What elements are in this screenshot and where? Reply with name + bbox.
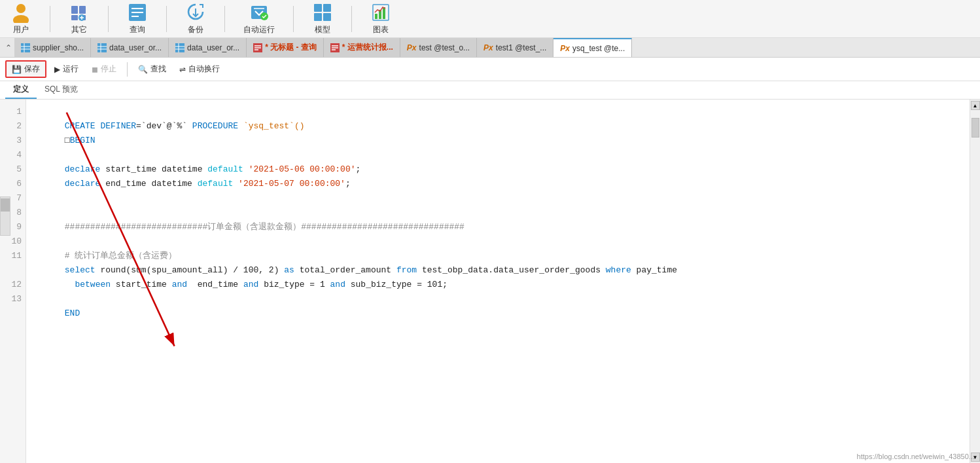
toolbar-label-model: 模型 [315, 24, 330, 35]
svg-rect-4 [71, 15, 78, 20]
tab-supplier-sho[interactable]: supplier_sho... [14, 38, 91, 57]
line-num-1: 1 [0, 105, 26, 119]
kw-and2: and [243, 280, 264, 289]
autorun-icon [249, 2, 270, 23]
user-icon [10, 2, 31, 23]
table-icon-2 [97, 43, 107, 52]
svg-rect-22 [375, 14, 377, 19]
code-area[interactable]: CREATE DEFINER=`dev`@`%` PROCEDURE `ysq_… [26, 100, 970, 463]
scroll-up-btn[interactable]: ▲ [971, 101, 980, 110]
wrap-label: 自动换行 [188, 64, 220, 75]
right-scrollbar[interactable]: ▲ ▼ [970, 100, 980, 463]
tab-data-user-or2[interactable]: data_user_or... [169, 38, 247, 57]
toolbar-item-model[interactable]: 模型 [307, 0, 338, 38]
left-scroll-indicator [0, 196, 10, 236]
svg-point-1 [13, 15, 29, 23]
proc-icon-3: Px [560, 44, 570, 53]
line-num-5: 5 [0, 162, 26, 177]
kw-default2: default [198, 179, 238, 189]
svg-rect-19 [314, 13, 322, 21]
toolbar-label-chart: 图表 [373, 24, 389, 35]
watermark: https://blog.csdn.net/weiwin_43850... [857, 453, 975, 460]
kw-end: END [65, 308, 80, 318]
kw-create: CREATE [65, 121, 101, 131]
svg-rect-24 [383, 7, 385, 19]
top-toolbar: 用户 其它 查询 [0, 0, 980, 38]
code-line-13: END [34, 292, 962, 306]
kw-and3: and [330, 280, 351, 289]
str-date2: '2021-05-07 00:00:00' [238, 179, 345, 189]
toolbar-label-user: 用户 [13, 24, 29, 35]
kw-where: where [606, 265, 637, 275]
svg-rect-18 [323, 4, 331, 12]
proc-name: `ysq_test`() [243, 121, 305, 131]
other-icon [69, 2, 90, 23]
tab-label-yunying: * 运营统计报... [342, 42, 393, 53]
code-line-7 [34, 191, 962, 206]
line-num-12: 12 [0, 278, 26, 292]
left-scroll-thumb [1, 198, 10, 212]
svg-rect-25 [21, 43, 30, 52]
sub-tab-sql-preview-label: SQL 预览 [44, 84, 78, 94]
line-num-3: 3 [0, 134, 26, 148]
tab-label-ysq-test-proc: ysq_test @te... [572, 44, 625, 53]
toolbar-label-backup: 备份 [188, 24, 203, 35]
run-label: 运行 [63, 64, 79, 75]
sub-tab-define[interactable]: 定义 [5, 81, 37, 99]
line-num-4: 4 [0, 148, 26, 162]
save-button[interactable]: 💾 保存 [5, 60, 46, 78]
toolbar-item-other[interactable]: 其它 [63, 0, 95, 38]
stop-button[interactable]: ◼ 停止 [86, 62, 122, 77]
svg-rect-20 [323, 13, 331, 21]
line-numbers: 1 2 3 4 5 6 7 8 9 10 11 11 12 13 [0, 100, 26, 463]
scroll-thumb[interactable] [971, 118, 979, 138]
wrap-button[interactable]: ⇌ 自动换行 [174, 62, 225, 77]
kw-as: as [284, 265, 299, 275]
query-tab-icon-2 [330, 43, 340, 52]
backup-icon [185, 2, 206, 23]
stop-icon: ◼ [92, 65, 98, 74]
tab-test-proc[interactable]: Px test @test_o... [400, 38, 477, 57]
toolbar-item-backup[interactable]: 备份 [180, 0, 211, 38]
action-divider [127, 62, 128, 77]
svg-rect-3 [79, 6, 86, 14]
sub-tabs: 定义 SQL 预览 [0, 81, 980, 100]
code-line-4: declare start_time datetime default '202… [34, 148, 962, 162]
svg-rect-2 [71, 6, 78, 14]
tab-ysq-test-proc[interactable]: Px ysq_test @te... [553, 38, 632, 57]
stop-label: 停止 [101, 64, 116, 75]
line-num-11: 11 [0, 249, 26, 263]
toolbar-divider-4 [224, 6, 225, 32]
toolbar-item-chart[interactable]: 图表 [365, 0, 396, 38]
toolbar-divider-2 [108, 6, 109, 32]
query-icon [127, 2, 148, 23]
wrap-icon: ⇌ [179, 65, 186, 74]
kw-between: between [75, 280, 115, 289]
tab-untitled-query[interactable]: * 无标题 - 查询 [247, 38, 324, 57]
run-button[interactable]: ▶ 运行 [49, 62, 84, 77]
toolbar-label-autorun: 自动运行 [243, 24, 275, 35]
tab-test1-proc[interactable]: Px test1 @test_... [477, 38, 553, 57]
comment-line-8: ############################订单金额（含退款金额）#… [65, 222, 464, 232]
toolbar-item-user[interactable]: 用户 [5, 0, 37, 38]
proc-icon-1: Px [407, 43, 417, 52]
toolbar-item-autorun[interactable]: 自动运行 [238, 0, 280, 38]
tab-label-data-user-or2: data_user_or... [187, 43, 239, 52]
tab-bar: ⌃ supplier_sho... data_user_or... data_u… [0, 38, 980, 58]
tab-label-data-user-or1: data_user_or... [109, 43, 162, 52]
find-button[interactable]: 🔍 查找 [133, 62, 171, 77]
tab-yunying[interactable]: * 运营统计报... [324, 38, 400, 57]
line-num-6: 6 [0, 177, 26, 191]
tab-label-test1-proc: test1 @test_... [496, 43, 547, 52]
sub-tab-sql-preview[interactable]: SQL 预览 [37, 81, 86, 99]
find-icon: 🔍 [138, 65, 148, 74]
editor-container: 1 2 3 4 5 6 7 8 9 10 11 11 12 13 CREATE … [0, 100, 980, 463]
table-icon [21, 43, 30, 52]
toolbar-label-other: 其它 [71, 24, 87, 35]
tab-scroll-left[interactable]: ⌃ [3, 43, 14, 52]
kw-declare2: declare [65, 179, 105, 189]
toolbar-item-query[interactable]: 查询 [122, 0, 153, 38]
toolbar-divider-5 [293, 6, 294, 32]
code-line-3 [34, 134, 962, 148]
tab-data-user-or1[interactable]: data_user_or... [91, 38, 169, 57]
